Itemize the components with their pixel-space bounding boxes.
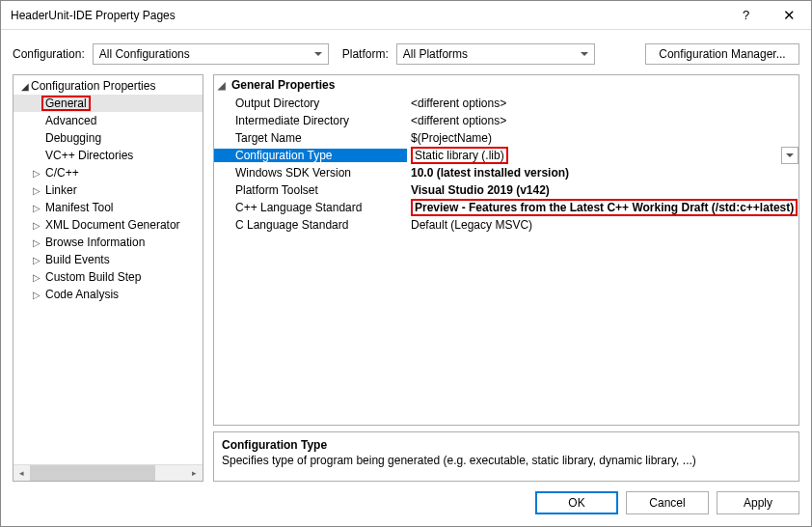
grid-row-c-language-standard[interactable]: C++ Language StandardPreview - Features … bbox=[214, 199, 798, 216]
grid-row-c-language-standard[interactable]: C Language StandardDefault (Legacy MSVC) bbox=[214, 216, 798, 234]
tree-root[interactable]: ◢ Configuration Properties bbox=[14, 77, 203, 95]
grid-row-output-directory[interactable]: Output Directory<different options> bbox=[214, 95, 798, 112]
platform-dropdown[interactable]: All Platforms bbox=[396, 43, 595, 65]
scroll-thumb[interactable] bbox=[30, 465, 155, 482]
grid-row-label: C++ Language Standard bbox=[214, 201, 407, 214]
chevron-right-icon: ▷ bbox=[31, 272, 42, 283]
config-row: Configuration: All Configurations Platfo… bbox=[1, 30, 811, 74]
grid-row-platform-toolset[interactable]: Platform ToolsetVisual Studio 2019 (v142… bbox=[214, 181, 798, 199]
grid-row-label: Configuration Type bbox=[214, 149, 407, 162]
window-title: HeaderUnit-IDE Property Pages bbox=[11, 9, 724, 22]
grid-row-label: C Language Standard bbox=[214, 218, 407, 232]
tree-item-custom-build-step[interactable]: ▷Custom Build Step bbox=[14, 268, 203, 286]
grid-row-label: Output Directory bbox=[214, 97, 407, 110]
tree-item-label: VC++ Directories bbox=[42, 149, 136, 162]
grid-row-value: Visual Studio 2019 (v142) bbox=[407, 183, 798, 197]
grid-row-value: Static library (.lib) bbox=[407, 147, 798, 164]
grid-row-value: Preview - Features from the Latest C++ W… bbox=[407, 199, 798, 216]
chevron-right-icon: ▷ bbox=[31, 237, 42, 248]
grid-row-target-name[interactable]: Target Name$(ProjectName) bbox=[214, 129, 798, 147]
ok-button[interactable]: OK bbox=[535, 491, 618, 514]
tree-item-debugging[interactable]: Debugging bbox=[14, 129, 203, 147]
tree-item-browse-information[interactable]: ▷Browse Information bbox=[14, 234, 203, 251]
tree-item-label: Build Events bbox=[42, 253, 113, 266]
help-button[interactable]: ? bbox=[724, 1, 768, 30]
grid-row-value: 10.0 (latest installed version) bbox=[407, 166, 798, 180]
titlebar: HeaderUnit-IDE Property Pages ? ✕ bbox=[1, 1, 811, 30]
description-title: Configuration Type bbox=[222, 438, 791, 452]
grid-row-label: Platform Toolset bbox=[214, 183, 407, 197]
tree-item-label: General bbox=[42, 97, 90, 110]
grid-row-intermediate-directory[interactable]: Intermediate Directory<different options… bbox=[214, 112, 798, 129]
grid-row-label: Intermediate Directory bbox=[214, 114, 407, 127]
tree-item-build-events[interactable]: ▷Build Events bbox=[14, 251, 203, 268]
chevron-down-icon bbox=[786, 153, 794, 157]
description-text: Specifies type of program being generate… bbox=[222, 454, 791, 467]
cancel-button[interactable]: Cancel bbox=[626, 491, 709, 514]
tree-item-code-analysis[interactable]: ▷Code Analysis bbox=[14, 286, 203, 303]
grid-row-value: <different options> bbox=[407, 97, 798, 110]
platform-label: Platform: bbox=[342, 47, 389, 61]
tree-item-label: Debugging bbox=[42, 131, 104, 145]
tree-item-label: Code Analysis bbox=[42, 288, 122, 301]
chevron-down-icon bbox=[581, 52, 588, 56]
chevron-down-icon: ◢ bbox=[218, 80, 231, 91]
tree-item-label: Linker bbox=[42, 183, 80, 197]
apply-button[interactable]: Apply bbox=[717, 491, 799, 514]
properties-pane: ◢ General Properties Output Directory<di… bbox=[213, 74, 799, 482]
tree-item-general[interactable]: General bbox=[14, 95, 203, 112]
tree-item-label: Advanced bbox=[42, 114, 99, 127]
tree-item-label: Browse Information bbox=[42, 236, 148, 249]
grid-row-label: Windows SDK Version bbox=[214, 166, 407, 180]
tree-pane: ◢ Configuration Properties GeneralAdvanc… bbox=[13, 74, 203, 482]
tree-item-label: Custom Build Step bbox=[42, 270, 144, 284]
chevron-down-icon: ◢ bbox=[19, 81, 31, 92]
scroll-right-button[interactable]: ▸ bbox=[186, 465, 203, 482]
tree-item-c-c-[interactable]: ▷C/C++ bbox=[14, 164, 203, 181]
chevron-right-icon: ▷ bbox=[31, 168, 42, 179]
tree-item-label: XML Document Generator bbox=[42, 218, 183, 232]
chevron-right-icon: ▷ bbox=[31, 255, 42, 265]
horizontal-scrollbar[interactable]: ◂ ▸ bbox=[14, 464, 203, 481]
dialog-window: HeaderUnit-IDE Property Pages ? ✕ Config… bbox=[0, 0, 812, 527]
tree: ◢ Configuration Properties GeneralAdvanc… bbox=[14, 75, 203, 464]
scroll-track[interactable] bbox=[30, 465, 186, 482]
grid-value-dropdown-button[interactable] bbox=[781, 147, 798, 164]
configuration-label: Configuration: bbox=[13, 47, 85, 61]
bottom-bar: OK Cancel Apply bbox=[1, 482, 811, 526]
description-box: Configuration Type Specifies type of pro… bbox=[213, 431, 799, 482]
tree-item-manifest-tool[interactable]: ▷Manifest Tool bbox=[14, 199, 203, 216]
tree-item-vc-directories[interactable]: VC++ Directories bbox=[14, 147, 203, 164]
tree-item-advanced[interactable]: Advanced bbox=[14, 112, 203, 129]
tree-item-linker[interactable]: ▷Linker bbox=[14, 181, 203, 199]
platform-value: All Platforms bbox=[403, 47, 468, 61]
body: ◢ Configuration Properties GeneralAdvanc… bbox=[1, 74, 811, 482]
chevron-right-icon: ▷ bbox=[31, 220, 42, 231]
tree-item-label: Manifest Tool bbox=[42, 201, 116, 214]
chevron-down-icon bbox=[314, 52, 322, 56]
configuration-value: All Configurations bbox=[99, 47, 190, 61]
properties-grid: ◢ General Properties Output Directory<di… bbox=[213, 74, 799, 426]
grid-row-label: Target Name bbox=[214, 131, 407, 145]
grid-row-windows-sdk-version[interactable]: Windows SDK Version10.0 (latest installe… bbox=[214, 164, 798, 181]
tree-item-label: C/C++ bbox=[42, 166, 82, 180]
configuration-manager-button[interactable]: Configuration Manager... bbox=[645, 43, 799, 65]
chevron-right-icon: ▷ bbox=[31, 185, 42, 196]
chevron-right-icon: ▷ bbox=[31, 203, 42, 213]
grid-row-value: $(ProjectName) bbox=[407, 131, 798, 145]
scroll-left-button[interactable]: ◂ bbox=[14, 465, 30, 482]
configuration-dropdown[interactable]: All Configurations bbox=[93, 43, 329, 65]
close-button[interactable]: ✕ bbox=[768, 1, 811, 30]
tree-item-xml-document-generator[interactable]: ▷XML Document Generator bbox=[14, 216, 203, 234]
grid-row-value: <different options> bbox=[407, 114, 798, 127]
chevron-right-icon: ▷ bbox=[31, 290, 42, 300]
grid-header[interactable]: ◢ General Properties bbox=[214, 75, 798, 95]
grid-row-value: Default (Legacy MSVC) bbox=[407, 218, 798, 232]
grid-row-configuration-type[interactable]: Configuration TypeStatic library (.lib) bbox=[214, 147, 798, 164]
